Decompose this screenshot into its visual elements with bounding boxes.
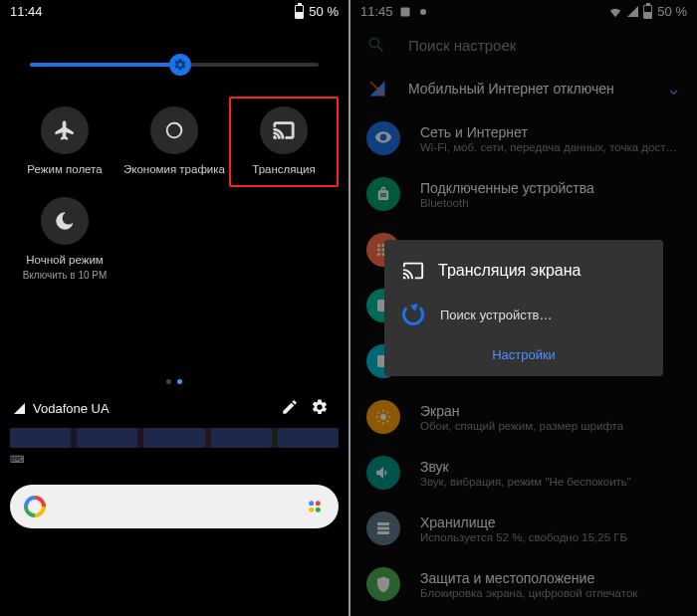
- mic-icon: [305, 497, 325, 516]
- gear-icon: [311, 398, 329, 416]
- tile-data-saver[interactable]: Экономия трафика: [119, 97, 229, 187]
- battery-percent: 50 %: [309, 4, 339, 19]
- tile-night-mode[interactable]: Ночной режим Включить в 10 PM: [10, 187, 119, 291]
- tile-label: Трансляция: [252, 162, 315, 177]
- modal-title-row: Трансляция экрана: [384, 256, 663, 296]
- keyboard-icon: ⌨: [0, 452, 348, 467]
- svg-point-4: [316, 508, 321, 513]
- statusbar: 11:44 50 %: [0, 0, 348, 23]
- modal-searching-row: Поиск устройств…: [384, 296, 663, 339]
- settings-button[interactable]: [305, 398, 335, 419]
- tile-label: Экономия трафика: [123, 162, 225, 177]
- google-search-bar[interactable]: [10, 485, 339, 528]
- carrier-row: Vodafone UA: [0, 388, 348, 424]
- cast-icon: [402, 260, 424, 282]
- clock: 11:44: [10, 4, 43, 19]
- tile-sublabel: Включить в 10 PM: [23, 270, 108, 281]
- brightness-fill: [30, 63, 180, 67]
- wallpaper-preview: [10, 428, 339, 448]
- spinner-icon: [402, 304, 424, 325]
- tile-airplane[interactable]: Режим полета: [10, 97, 119, 187]
- signal-icon: [14, 403, 25, 414]
- pencil-icon: [281, 398, 299, 416]
- google-logo-icon: [24, 496, 46, 517]
- settings-screen: 11:45 50 % Поиск настроек Мобильный Инте…: [348, 0, 697, 616]
- tile-cast[interactable]: Трансляция: [229, 97, 339, 187]
- brightness-thumb[interactable]: [169, 54, 191, 76]
- cast-modal: Трансляция экрана Поиск устройств… Настр…: [384, 240, 663, 376]
- svg-point-3: [309, 508, 314, 513]
- battery-icon: [295, 5, 304, 19]
- tile-label: Ночной режим: [26, 253, 104, 268]
- svg-point-2: [316, 501, 321, 506]
- modal-overlay[interactable]: Трансляция экрана Поиск устройств… Настр…: [350, 0, 697, 616]
- brightness-slider[interactable]: [30, 63, 319, 67]
- modal-searching-text: Поиск устройств…: [440, 308, 553, 322]
- moon-icon: [41, 197, 89, 245]
- gear-icon: [173, 58, 187, 72]
- edit-button[interactable]: [275, 398, 305, 419]
- tile-label: Режим полета: [27, 162, 102, 177]
- carrier-name: Vodafone UA: [33, 401, 110, 416]
- airplane-icon: [41, 106, 89, 154]
- quick-tiles: Режим полета Экономия трафика Трансляция…: [0, 97, 348, 291]
- status-right: 50 %: [295, 4, 339, 19]
- page-indicator: [0, 370, 348, 388]
- quick-settings-screen: 11:44 50 % Режим полета Экономия трафика: [0, 0, 348, 616]
- svg-point-1: [309, 501, 314, 506]
- data-saver-icon: [150, 106, 198, 154]
- cast-icon: [260, 106, 308, 154]
- modal-title: Трансляция экрана: [438, 262, 581, 280]
- modal-settings-link[interactable]: Настройки: [384, 339, 663, 368]
